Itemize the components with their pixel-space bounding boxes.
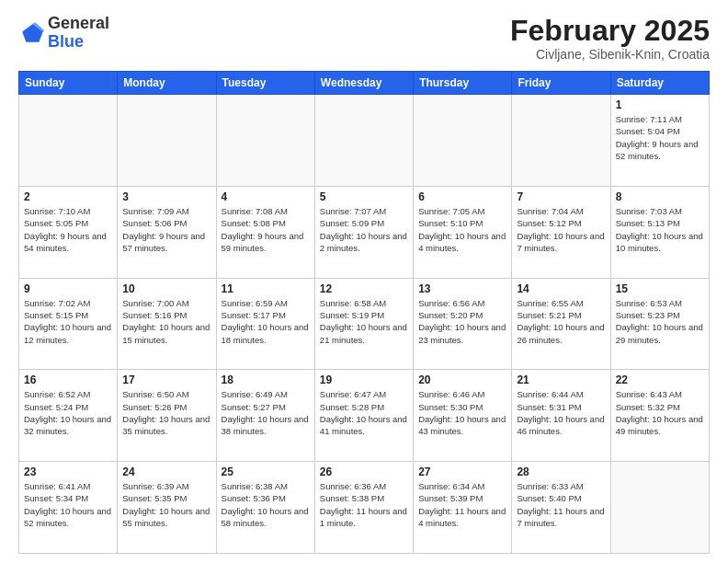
page: General Blue February 2025 Civljane, Sib… (0, 0, 728, 563)
calendar-day: 4Sunrise: 7:08 AM Sunset: 5:08 PM Daylig… (216, 186, 314, 278)
day-number: 23 (24, 465, 112, 478)
day-number: 14 (517, 282, 605, 295)
calendar-day: 3Sunrise: 7:09 AM Sunset: 5:06 PM Daylig… (118, 186, 216, 278)
calendar-day: 8Sunrise: 7:03 AM Sunset: 5:13 PM Daylig… (610, 186, 709, 278)
calendar-day: 19Sunrise: 6:47 AM Sunset: 5:28 PM Dayli… (314, 370, 413, 462)
day-info: Sunrise: 6:38 AM Sunset: 5:36 PM Dayligh… (222, 480, 310, 529)
calendar-week-1: 2Sunrise: 7:10 AM Sunset: 5:05 PM Daylig… (19, 186, 710, 278)
calendar-day (216, 95, 314, 187)
col-monday: Monday (118, 72, 216, 95)
day-info: Sunrise: 7:11 AM Sunset: 5:04 PM Dayligh… (616, 113, 704, 162)
calendar-day (118, 95, 216, 187)
calendar-table: Sunday Monday Tuesday Wednesday Thursday… (18, 71, 710, 554)
day-info: Sunrise: 6:56 AM Sunset: 5:20 PM Dayligh… (418, 297, 506, 346)
day-number: 8 (616, 190, 704, 203)
calendar-day: 11Sunrise: 6:59 AM Sunset: 5:17 PM Dayli… (216, 278, 314, 370)
day-info: Sunrise: 6:50 AM Sunset: 5:26 PM Dayligh… (122, 388, 210, 437)
day-info: Sunrise: 7:08 AM Sunset: 5:08 PM Dayligh… (222, 205, 310, 254)
calendar-day: 25Sunrise: 6:38 AM Sunset: 5:36 PM Dayli… (216, 462, 314, 554)
day-info: Sunrise: 7:10 AM Sunset: 5:05 PM Dayligh… (24, 205, 112, 254)
day-info: Sunrise: 6:49 AM Sunset: 5:27 PM Dayligh… (222, 388, 310, 437)
logo-blue: Blue (48, 32, 84, 51)
calendar-day (314, 95, 413, 187)
calendar-day: 6Sunrise: 7:05 AM Sunset: 5:10 PM Daylig… (414, 186, 512, 278)
calendar-week-0: 1Sunrise: 7:11 AM Sunset: 5:04 PM Daylig… (19, 95, 710, 187)
col-friday: Friday (512, 72, 610, 95)
calendar-day: 21Sunrise: 6:44 AM Sunset: 5:31 PM Dayli… (512, 370, 610, 462)
calendar-day: 12Sunrise: 6:58 AM Sunset: 5:19 PM Dayli… (314, 278, 413, 370)
calendar-week-2: 9Sunrise: 7:02 AM Sunset: 5:15 PM Daylig… (19, 278, 710, 370)
day-info: Sunrise: 7:03 AM Sunset: 5:13 PM Dayligh… (616, 205, 704, 254)
calendar-day: 24Sunrise: 6:39 AM Sunset: 5:35 PM Dayli… (118, 462, 216, 554)
calendar-day: 15Sunrise: 6:53 AM Sunset: 5:23 PM Dayli… (610, 278, 709, 370)
calendar-day (19, 95, 118, 187)
logo-text-block: General Blue (48, 15, 109, 52)
calendar-day: 17Sunrise: 6:50 AM Sunset: 5:26 PM Dayli… (118, 370, 216, 462)
calendar-day: 27Sunrise: 6:34 AM Sunset: 5:39 PM Dayli… (414, 462, 512, 554)
calendar-day: 18Sunrise: 6:49 AM Sunset: 5:27 PM Dayli… (216, 370, 314, 462)
day-info: Sunrise: 6:52 AM Sunset: 5:24 PM Dayligh… (24, 388, 112, 437)
day-number: 20 (418, 373, 506, 386)
day-number: 15 (616, 282, 704, 295)
day-info: Sunrise: 6:41 AM Sunset: 5:34 PM Dayligh… (24, 480, 112, 529)
calendar-day: 1Sunrise: 7:11 AM Sunset: 5:04 PM Daylig… (610, 95, 709, 187)
day-number: 6 (418, 190, 506, 203)
calendar-day: 22Sunrise: 6:43 AM Sunset: 5:32 PM Dayli… (610, 370, 709, 462)
day-info: Sunrise: 6:33 AM Sunset: 5:40 PM Dayligh… (517, 480, 605, 529)
day-number: 27 (418, 465, 506, 478)
calendar-day: 26Sunrise: 6:36 AM Sunset: 5:38 PM Dayli… (314, 462, 413, 554)
day-info: Sunrise: 7:00 AM Sunset: 5:16 PM Dayligh… (122, 297, 210, 346)
day-info: Sunrise: 6:36 AM Sunset: 5:38 PM Dayligh… (320, 480, 408, 529)
day-info: Sunrise: 6:39 AM Sunset: 5:35 PM Dayligh… (122, 480, 210, 529)
month-title: February 2025 (510, 15, 710, 47)
col-saturday: Saturday (610, 72, 709, 95)
col-thursday: Thursday (414, 72, 512, 95)
day-number: 18 (222, 373, 310, 386)
logo-text: General Blue (48, 15, 109, 52)
day-number: 9 (24, 282, 112, 295)
day-info: Sunrise: 7:09 AM Sunset: 5:06 PM Dayligh… (122, 205, 210, 254)
calendar-day: 14Sunrise: 6:55 AM Sunset: 5:21 PM Dayli… (512, 278, 610, 370)
calendar-day: 16Sunrise: 6:52 AM Sunset: 5:24 PM Dayli… (19, 370, 118, 462)
day-number: 3 (122, 190, 210, 203)
calendar-day: 10Sunrise: 7:00 AM Sunset: 5:16 PM Dayli… (118, 278, 216, 370)
day-info: Sunrise: 6:44 AM Sunset: 5:31 PM Dayligh… (517, 388, 605, 437)
day-number: 5 (320, 190, 408, 203)
calendar-header-row: Sunday Monday Tuesday Wednesday Thursday… (19, 72, 710, 95)
day-number: 26 (320, 465, 408, 478)
day-info: Sunrise: 6:58 AM Sunset: 5:19 PM Dayligh… (320, 297, 408, 346)
day-number: 11 (222, 282, 310, 295)
calendar-day: 13Sunrise: 6:56 AM Sunset: 5:20 PM Dayli… (414, 278, 512, 370)
calendar-day (512, 95, 610, 187)
day-number: 16 (24, 373, 112, 386)
location: Civljane, Sibenik-Knin, Croatia (510, 47, 710, 62)
calendar-day: 20Sunrise: 6:46 AM Sunset: 5:30 PM Dayli… (414, 370, 512, 462)
calendar-day: 28Sunrise: 6:33 AM Sunset: 5:40 PM Dayli… (512, 462, 610, 554)
calendar-day: 23Sunrise: 6:41 AM Sunset: 5:34 PM Dayli… (19, 462, 118, 554)
day-number: 1 (616, 98, 704, 111)
col-wednesday: Wednesday (314, 72, 413, 95)
day-number: 12 (320, 282, 408, 295)
calendar-day: 5Sunrise: 7:07 AM Sunset: 5:09 PM Daylig… (314, 186, 413, 278)
day-number: 7 (517, 190, 605, 203)
day-number: 25 (222, 465, 310, 478)
day-number: 19 (320, 373, 408, 386)
day-info: Sunrise: 7:07 AM Sunset: 5:09 PM Dayligh… (320, 205, 408, 254)
day-number: 4 (222, 190, 310, 203)
title-block: February 2025 Civljane, Sibenik-Knin, Cr… (510, 15, 710, 62)
day-info: Sunrise: 7:02 AM Sunset: 5:15 PM Dayligh… (24, 297, 112, 346)
logo-general: General (48, 14, 109, 32)
day-info: Sunrise: 6:47 AM Sunset: 5:28 PM Dayligh… (320, 388, 408, 437)
day-number: 17 (122, 373, 210, 386)
day-info: Sunrise: 7:04 AM Sunset: 5:12 PM Dayligh… (517, 205, 605, 254)
logo: General Blue (18, 15, 109, 52)
calendar-day (414, 95, 512, 187)
col-sunday: Sunday (19, 72, 118, 95)
day-number: 10 (122, 282, 210, 295)
day-number: 13 (418, 282, 506, 295)
day-number: 28 (517, 465, 605, 478)
day-info: Sunrise: 6:59 AM Sunset: 5:17 PM Dayligh… (222, 297, 310, 346)
header: General Blue February 2025 Civljane, Sib… (18, 15, 710, 62)
day-info: Sunrise: 6:55 AM Sunset: 5:21 PM Dayligh… (517, 297, 605, 346)
calendar-day: 7Sunrise: 7:04 AM Sunset: 5:12 PM Daylig… (512, 186, 610, 278)
